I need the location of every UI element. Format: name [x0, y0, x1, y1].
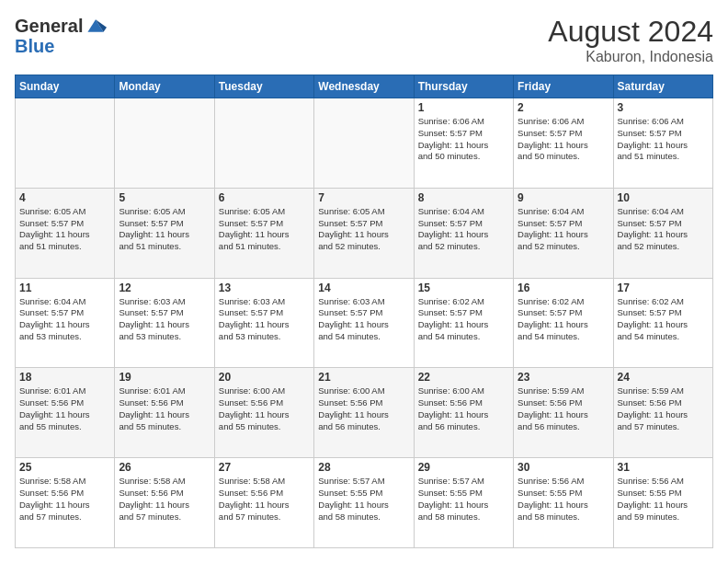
- calendar-header-friday: Friday: [514, 75, 613, 98]
- day-info: Sunrise: 5:58 AMSunset: 5:56 PMDaylight:…: [19, 476, 110, 523]
- calendar-day-empty: [214, 98, 313, 189]
- day-number: 17: [618, 282, 709, 294]
- calendar-day-27: 27Sunrise: 5:58 AMSunset: 5:56 PMDayligh…: [214, 458, 313, 548]
- calendar-week-1: 4Sunrise: 6:05 AMSunset: 5:57 PMDaylight…: [16, 188, 713, 278]
- day-info: Sunrise: 6:04 AMSunset: 5:57 PMDaylight:…: [418, 206, 509, 253]
- day-number: 5: [119, 191, 210, 204]
- day-info: Sunrise: 6:03 AMSunset: 5:57 PMDaylight:…: [219, 296, 310, 343]
- day-info: Sunrise: 6:02 AMSunset: 5:57 PMDaylight:…: [418, 296, 509, 343]
- day-number: 13: [219, 282, 310, 294]
- calendar-day-empty: [16, 98, 115, 189]
- calendar-table: SundayMondayTuesdayWednesdayThursdayFrid…: [15, 75, 713, 548]
- day-number: 27: [219, 461, 310, 474]
- day-number: 8: [418, 191, 509, 204]
- logo-blue: Blue: [15, 37, 107, 55]
- calendar-day-6: 6Sunrise: 6:05 AMSunset: 5:57 PMDaylight…: [214, 188, 313, 278]
- day-number: 6: [219, 191, 310, 204]
- day-number: 28: [318, 461, 409, 474]
- day-number: 19: [119, 371, 210, 384]
- day-info: Sunrise: 6:00 AMSunset: 5:56 PMDaylight:…: [418, 385, 509, 432]
- day-number: 7: [318, 191, 409, 204]
- calendar-day-28: 28Sunrise: 5:57 AMSunset: 5:55 PMDayligh…: [314, 458, 414, 548]
- day-info: Sunrise: 6:06 AMSunset: 5:57 PMDaylight:…: [618, 116, 709, 163]
- day-info: Sunrise: 5:58 AMSunset: 5:56 PMDaylight:…: [219, 476, 310, 523]
- calendar-day-4: 4Sunrise: 6:05 AMSunset: 5:57 PMDaylight…: [16, 188, 115, 278]
- calendar-day-18: 18Sunrise: 6:01 AMSunset: 5:56 PMDayligh…: [16, 368, 115, 458]
- day-info: Sunrise: 6:01 AMSunset: 5:56 PMDaylight:…: [19, 385, 110, 432]
- day-info: Sunrise: 6:05 AMSunset: 5:57 PMDaylight:…: [318, 206, 409, 253]
- calendar-day-3: 3Sunrise: 6:06 AMSunset: 5:57 PMDaylight…: [613, 98, 712, 189]
- day-info: Sunrise: 6:05 AMSunset: 5:57 PMDaylight:…: [119, 206, 210, 253]
- page: General Blue August 2024 Kaburon, Indone…: [0, 0, 728, 563]
- calendar-week-0: 1Sunrise: 6:06 AMSunset: 5:57 PMDaylight…: [16, 98, 713, 189]
- calendar-day-17: 17Sunrise: 6:02 AMSunset: 5:57 PMDayligh…: [613, 278, 712, 368]
- calendar-day-1: 1Sunrise: 6:06 AMSunset: 5:57 PMDaylight…: [414, 98, 513, 189]
- calendar-day-23: 23Sunrise: 5:59 AMSunset: 5:56 PMDayligh…: [514, 368, 613, 458]
- calendar-day-13: 13Sunrise: 6:03 AMSunset: 5:57 PMDayligh…: [214, 278, 313, 368]
- day-info: Sunrise: 6:02 AMSunset: 5:57 PMDaylight:…: [618, 296, 709, 343]
- title-block: August 2024 Kaburon, Indonesia: [548, 15, 713, 65]
- calendar-week-3: 18Sunrise: 6:01 AMSunset: 5:56 PMDayligh…: [16, 368, 713, 458]
- calendar-day-11: 11Sunrise: 6:04 AMSunset: 5:57 PMDayligh…: [16, 278, 115, 368]
- calendar-day-9: 9Sunrise: 6:04 AMSunset: 5:57 PMDaylight…: [514, 188, 613, 278]
- day-number: 25: [19, 461, 110, 474]
- calendar-header-thursday: Thursday: [414, 75, 513, 98]
- calendar-day-15: 15Sunrise: 6:02 AMSunset: 5:57 PMDayligh…: [414, 278, 513, 368]
- day-number: 22: [418, 371, 509, 384]
- day-info: Sunrise: 6:04 AMSunset: 5:57 PMDaylight:…: [19, 296, 110, 343]
- logo: General Blue: [15, 15, 107, 55]
- day-info: Sunrise: 6:03 AMSunset: 5:57 PMDaylight:…: [318, 296, 409, 343]
- calendar-day-24: 24Sunrise: 5:59 AMSunset: 5:56 PMDayligh…: [613, 368, 712, 458]
- calendar-day-8: 8Sunrise: 6:04 AMSunset: 5:57 PMDaylight…: [414, 188, 513, 278]
- calendar-day-empty: [115, 98, 214, 189]
- day-info: Sunrise: 6:06 AMSunset: 5:57 PMDaylight:…: [418, 116, 509, 163]
- calendar-day-22: 22Sunrise: 6:00 AMSunset: 5:56 PMDayligh…: [414, 368, 513, 458]
- day-number: 4: [19, 191, 110, 204]
- calendar-day-26: 26Sunrise: 5:58 AMSunset: 5:56 PMDayligh…: [115, 458, 214, 548]
- calendar-day-19: 19Sunrise: 6:01 AMSunset: 5:56 PMDayligh…: [115, 368, 214, 458]
- day-number: 29: [418, 461, 509, 474]
- calendar-day-29: 29Sunrise: 5:57 AMSunset: 5:55 PMDayligh…: [414, 458, 513, 548]
- day-number: 2: [518, 101, 609, 114]
- calendar-day-25: 25Sunrise: 5:58 AMSunset: 5:56 PMDayligh…: [16, 458, 115, 548]
- day-number: 18: [19, 371, 110, 384]
- calendar-day-5: 5Sunrise: 6:05 AMSunset: 5:57 PMDaylight…: [115, 188, 214, 278]
- day-info: Sunrise: 6:01 AMSunset: 5:56 PMDaylight:…: [119, 385, 210, 432]
- day-number: 21: [318, 371, 409, 384]
- day-number: 1: [418, 101, 509, 114]
- calendar-header-monday: Monday: [115, 75, 214, 98]
- day-info: Sunrise: 5:57 AMSunset: 5:55 PMDaylight:…: [318, 476, 409, 523]
- day-info: Sunrise: 6:02 AMSunset: 5:57 PMDaylight:…: [518, 296, 609, 343]
- day-number: 9: [518, 191, 609, 204]
- calendar-day-31: 31Sunrise: 5:56 AMSunset: 5:55 PMDayligh…: [613, 458, 712, 548]
- day-number: 20: [219, 371, 310, 384]
- calendar-week-4: 25Sunrise: 5:58 AMSunset: 5:56 PMDayligh…: [16, 458, 713, 548]
- day-info: Sunrise: 6:05 AMSunset: 5:57 PMDaylight:…: [19, 206, 110, 253]
- calendar-week-2: 11Sunrise: 6:04 AMSunset: 5:57 PMDayligh…: [16, 278, 713, 368]
- day-number: 12: [119, 282, 210, 294]
- day-number: 15: [418, 282, 509, 294]
- logo-general: General: [15, 17, 83, 35]
- day-info: Sunrise: 5:58 AMSunset: 5:56 PMDaylight:…: [119, 476, 210, 523]
- day-info: Sunrise: 5:56 AMSunset: 5:55 PMDaylight:…: [518, 476, 609, 523]
- day-info: Sunrise: 5:56 AMSunset: 5:55 PMDaylight:…: [618, 476, 709, 523]
- logo-icon: [85, 15, 107, 37]
- day-info: Sunrise: 6:05 AMSunset: 5:57 PMDaylight:…: [219, 206, 310, 253]
- day-number: 11: [19, 282, 110, 294]
- day-number: 3: [618, 101, 709, 114]
- day-info: Sunrise: 6:00 AMSunset: 5:56 PMDaylight:…: [219, 385, 310, 432]
- day-number: 23: [518, 371, 609, 384]
- day-info: Sunrise: 5:59 AMSunset: 5:56 PMDaylight:…: [518, 385, 609, 432]
- header: General Blue August 2024 Kaburon, Indone…: [15, 15, 713, 65]
- day-info: Sunrise: 6:04 AMSunset: 5:57 PMDaylight:…: [618, 206, 709, 253]
- day-number: 16: [518, 282, 609, 294]
- calendar-day-10: 10Sunrise: 6:04 AMSunset: 5:57 PMDayligh…: [613, 188, 712, 278]
- day-number: 24: [618, 371, 709, 384]
- day-info: Sunrise: 6:00 AMSunset: 5:56 PMDaylight:…: [318, 385, 409, 432]
- day-number: 26: [119, 461, 210, 474]
- calendar-day-12: 12Sunrise: 6:03 AMSunset: 5:57 PMDayligh…: [115, 278, 214, 368]
- calendar-header-wednesday: Wednesday: [314, 75, 414, 98]
- calendar-header-sunday: Sunday: [16, 75, 115, 98]
- calendar-header-tuesday: Tuesday: [214, 75, 313, 98]
- day-number: 30: [518, 461, 609, 474]
